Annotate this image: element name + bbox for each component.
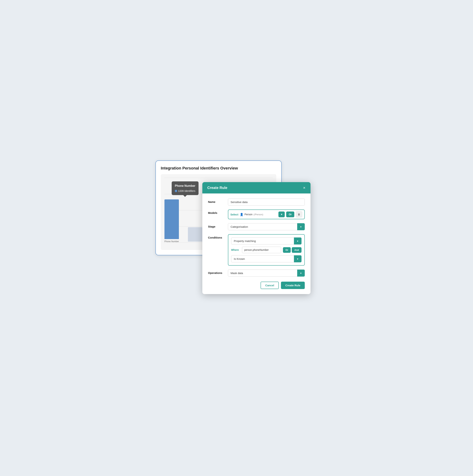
stage-dropdown-wrap: Categorisation ▾ [228,223,305,230]
bar-group-2 [188,227,202,243]
name-label: Name [208,199,224,203]
operations-control: Mask data ▾ [228,270,305,277]
models-dropdown-arrow[interactable]: ▾ [278,211,285,217]
models-delete-button[interactable]: 🗑 [296,211,302,218]
operations-label: Operations [208,270,224,274]
stage-control: Categorisation ▾ [228,223,305,230]
model-tag: 👤 Person (/Person) [240,213,277,216]
where-input[interactable] [242,247,281,253]
modal-body: Name Models Select 👤 Person [202,193,310,282]
bar-label-phone: Phone Number [165,240,179,243]
models-or-button[interactable]: Or [286,211,294,217]
name-row: Name [208,199,305,205]
conditions-type-wrap: Property matching ▾ [231,238,302,244]
conditions-row: Conditions Property matching ▾ Where [208,234,305,266]
bar-secondary-1 [188,227,202,242]
operations-row: Operations Mask data ▾ [208,270,305,277]
modal-overlay: Create Rule × Name Models Sele [202,182,310,294]
operations-dropdown-wrap: Mask data ▾ [228,270,305,277]
bar-phone [165,199,179,239]
models-control: Select 👤 Person (/Person) ▾ Or 🗑 [228,209,305,219]
cancel-button[interactable]: Cancel [261,282,279,289]
is-known-row: Is Known ▾ [231,255,302,262]
stage-label: Stage [208,223,224,228]
conditions-type-dropdown[interactable]: Property matching [231,238,302,244]
name-control [228,199,305,205]
where-row: Where Or And [231,247,302,253]
stage-row: Stage Categorisation ▾ [208,223,305,230]
models-selector: Select 👤 Person (/Person) ▾ Or 🗑 [228,209,305,219]
models-select-button[interactable]: Select [230,213,238,216]
models-row-outer: Models Select 👤 Person (/Person) ▾ Or 🗑 [208,209,305,219]
modal-header: Create Rule × [202,182,310,193]
page-title: Integration Personal Identifiers Overvie… [161,166,276,170]
is-known-wrap: Is Known ▾ [231,255,302,262]
where-or-button[interactable]: Or [283,247,291,253]
where-and-button[interactable]: And [292,247,301,253]
conditions-label: Conditions [208,234,224,239]
modal-title: Create Rule [207,186,227,190]
model-name: Person [245,213,253,216]
modal-footer: Cancel Create Rule [202,282,310,294]
person-icon: 👤 [240,213,243,216]
where-buttons: Or And [283,247,301,253]
stage-dropdown[interactable]: Categorisation [228,223,305,230]
tooltip-title: Phone Number [175,184,195,188]
is-known-dropdown[interactable]: Is Known [231,255,302,262]
tooltip-count: 1339 Identifiers [175,189,195,193]
tooltip-dot [175,190,177,192]
where-label: Where [231,248,240,251]
create-rule-modal: Create Rule × Name Models Sele [202,182,310,294]
create-rule-button[interactable]: Create Rule [281,282,304,289]
chart-tooltip: Phone Number 1339 Identifiers [172,181,199,195]
models-label: Models [208,209,224,214]
conditions-box: Property matching ▾ Where Or And [228,234,305,266]
operations-dropdown[interactable]: Mask data [228,270,305,277]
model-path: (/Person) [253,213,263,216]
modal-close-button[interactable]: × [303,186,305,190]
bar-group-phone: Phone Number [165,199,179,243]
name-input[interactable] [228,199,305,205]
